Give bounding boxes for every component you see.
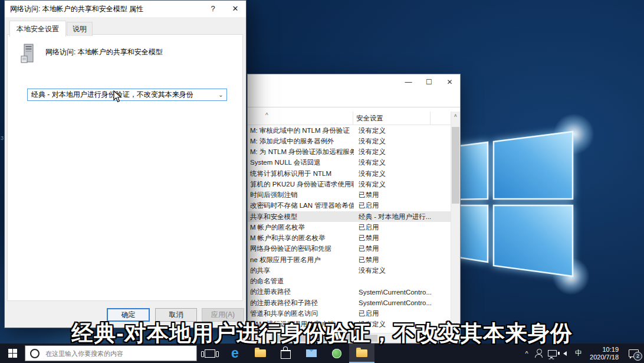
policy-name: 时间后强制注销 xyxy=(248,191,354,200)
policy-value: 已启用 xyxy=(354,309,379,318)
mmc-console-icon xyxy=(356,349,367,357)
tab-explain[interactable]: 说明 xyxy=(67,22,93,36)
policy-value: System\CurrentContro... xyxy=(354,299,432,306)
dropdown-value: 经典 - 对本地用户进行身份验证，不改变其本来身份 xyxy=(31,90,193,100)
list-header[interactable]: ^ 安全设置 xyxy=(248,112,451,125)
security-setting-dropdown[interactable]: 经典 - 对本地用户进行身份验证，不改变其本来身份 ⌄ xyxy=(27,89,227,101)
policy-value: 已禁用 xyxy=(354,256,379,264)
scroll-up-icon[interactable]: ˄ xyxy=(451,112,460,121)
policy-value: 经典 - 对本地用户进行... xyxy=(354,212,431,221)
policy-list: M: 审核此域中的 NTLM 身份验证 没有定义 M: 添加此域中的服务器例外 … xyxy=(248,125,451,330)
maximize-icon[interactable]: ☐ xyxy=(419,74,439,90)
policy-row[interactable]: 统将计算机标识用于 NTLM 没有定义 xyxy=(248,168,451,179)
properties-dialog: 网络访问: 本地帐户的共享和安全模型 属性 ? ✕ 本地安全设置 说明 网络访问… xyxy=(4,0,247,328)
policy-row[interactable]: 管道和共享的匿名访问 已启用 xyxy=(248,308,451,319)
policy-row[interactable]: 的共享 没有定义 xyxy=(248,265,451,276)
policy-name: 网络身份验证的密码和凭据 xyxy=(248,244,354,253)
cortana-icon xyxy=(30,349,40,358)
tab-strip: 本地安全设置 说明 xyxy=(9,21,93,36)
policy-row[interactable]: 改密码时不存储 LAN 管理器哈希值 已启用 xyxy=(248,201,451,211)
policy-value: 没有定义 xyxy=(354,180,386,189)
show-hidden-icons-button[interactable]: ^ xyxy=(521,350,533,357)
policy-setting-icon xyxy=(19,43,37,64)
tab-local-security-setting[interactable]: 本地安全设置 xyxy=(9,21,66,37)
policy-row[interactable]: M: 添加此域中的服务器例外 没有定义 xyxy=(248,136,451,146)
policy-name: 改密码时不存储 LAN 管理器哈希值 xyxy=(248,201,354,210)
green-security-icon xyxy=(332,349,341,358)
policy-name: ne 权限应用于匿名用户 xyxy=(248,256,354,264)
policy-row[interactable]: M: 为 NTLM 身份验证添加远程服务器... 没有定义 xyxy=(248,147,451,158)
policy-name: 共享和安全模型 xyxy=(248,212,354,221)
policy-name: 算机的 PKU2U 身份验证请求使用联... xyxy=(248,180,354,189)
policy-value: System\CurrentContro... xyxy=(354,289,432,296)
policy-name: 统将计算机标识用于 NTLM xyxy=(248,169,354,178)
policy-row[interactable]: 的注册表路径 System\CurrentContro... xyxy=(248,287,451,297)
policy-name: 的共享 xyxy=(248,266,354,275)
ime-indicator[interactable]: 中 xyxy=(571,348,586,358)
dialog-title: 网络访问: 本地帐户的共享和安全模型 属性 xyxy=(10,1,143,17)
policy-row[interactable]: 的注册表路径和子路径 System\CurrentContro... xyxy=(248,297,451,308)
policy-value: 没有定义 xyxy=(354,126,386,135)
policy-row[interactable]: 时间后强制注销 已禁用 xyxy=(248,190,451,201)
notification-badge: 2 xyxy=(633,352,642,361)
video-subtitle: 经典-对本地用户进行身份验证，不改变其本来身份 xyxy=(0,319,644,348)
policy-name: M: 为 NTLM 身份验证添加远程服务器... xyxy=(248,148,354,156)
policy-name: System NULL 会话回退 xyxy=(248,158,354,167)
close-icon[interactable]: ✕ xyxy=(226,1,244,17)
policy-name: 的注册表路径 xyxy=(248,287,354,296)
windows-start-icon xyxy=(8,349,17,358)
policy-row[interactable]: 共享和安全模型 经典 - 对本地用户进行... xyxy=(248,211,451,222)
edge-icon: e xyxy=(231,346,239,360)
window-titlebar: — ☐ ✕ xyxy=(248,74,460,90)
sort-ascending-icon: ^ xyxy=(265,112,268,119)
task-view-icon xyxy=(205,349,215,358)
policy-row[interactable]: M 帐户的匿名枚举 已启用 xyxy=(248,222,451,233)
policy-name: M: 审核此域中的 NTLM 身份验证 xyxy=(248,126,354,135)
scrollbar-thumb[interactable] xyxy=(452,127,459,204)
dialog-titlebar: 网络访问: 本地帐户的共享和安全模型 属性 ? ✕ xyxy=(5,1,246,17)
close-icon[interactable]: ✕ xyxy=(439,74,460,90)
tab-page: 网络访问: 本地帐户的共享和安全模型 经典 - 对本地用户进行身份验证，不改变其… xyxy=(7,34,243,301)
policy-row[interactable]: 网络身份验证的密码和凭据 已禁用 xyxy=(248,244,451,254)
policy-value: 已启用 xyxy=(354,201,379,210)
policy-name: 管道和共享的匿名访问 xyxy=(248,309,354,318)
windows-logo xyxy=(446,116,582,287)
column-header-security-setting[interactable]: 安全设置 xyxy=(356,114,383,123)
policy-name: 的命名管道 xyxy=(248,277,354,286)
policy-value: 没有定义 xyxy=(354,148,386,156)
minimize-icon[interactable]: — xyxy=(398,74,419,90)
policy-value: 没有定义 xyxy=(354,169,386,178)
column-divider xyxy=(353,112,353,125)
local-security-policy-window: — ☐ ✕ ^ 安全设置 M: 审核此域中的 NTLM 身份验证 没有定义 M:… xyxy=(247,74,461,344)
folder-icon xyxy=(255,349,266,357)
policy-name: M: 添加此域中的服务器例外 xyxy=(248,137,354,146)
policy-row[interactable]: System NULL 会话回退 没有定义 xyxy=(248,158,451,168)
speaker-icon xyxy=(563,351,567,356)
monitor-icon xyxy=(548,350,557,357)
policy-name-label: 网络访问: 本地帐户的共享和安全模型 xyxy=(45,47,163,57)
window-toolbar xyxy=(248,90,460,107)
help-icon[interactable]: ? xyxy=(204,1,222,17)
person-icon xyxy=(537,349,542,354)
store-bag-icon xyxy=(281,350,291,359)
policy-value: 已禁用 xyxy=(354,244,379,253)
chevron-down-icon: ⌄ xyxy=(215,91,226,98)
desktop-icon-fragment: 3 xyxy=(1,135,4,141)
policy-name: M 帐户的匿名枚举 xyxy=(248,223,354,232)
policy-name: 的注册表路径和子路径 xyxy=(248,299,354,308)
vertical-scrollbar[interactable]: ˄ ˅ xyxy=(451,112,460,330)
policy-row[interactable]: M: 审核此域中的 NTLM 身份验证 没有定义 xyxy=(248,125,451,136)
policy-row[interactable]: 的命名管道 xyxy=(248,276,451,287)
policy-value: 已禁用 xyxy=(354,234,379,243)
search-input[interactable] xyxy=(44,349,192,358)
policy-name: M 帐户和共享的匿名枚举 xyxy=(248,234,354,243)
policy-value: 已禁用 xyxy=(354,191,379,200)
policy-row[interactable]: 算机的 PKU2U 身份验证请求使用联... 没有定义 xyxy=(248,179,451,189)
policy-row[interactable]: M 帐户和共享的匿名枚举 已禁用 xyxy=(248,233,451,244)
policy-row[interactable]: ne 权限应用于匿名用户 已禁用 xyxy=(248,254,451,265)
date: 2020/7/18 xyxy=(590,354,619,361)
mail-icon xyxy=(306,349,317,357)
column-divider xyxy=(430,112,431,125)
mouse-cursor xyxy=(113,90,121,103)
policy-value: 没有定义 xyxy=(354,266,386,275)
